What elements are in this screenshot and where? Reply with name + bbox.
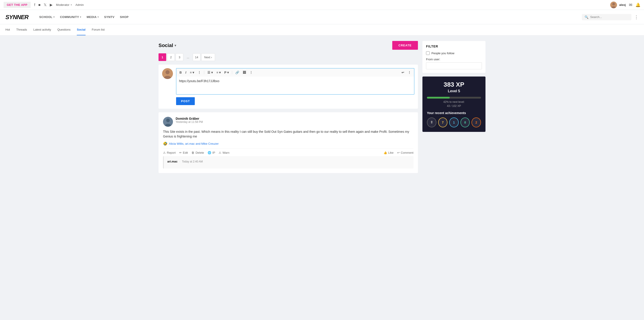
edit-icon: ✏ [179, 151, 182, 154]
people-you-follow-label: People you follow [432, 51, 454, 55]
post-actions-right: 👍 Like ↩ Comment [384, 151, 414, 154]
like-button[interactable]: 👍 Like [384, 151, 394, 154]
more-toolbar-2-button[interactable]: ⋮ [248, 70, 254, 75]
logo-text: SYNNER [6, 14, 28, 20]
badge-2[interactable]: 7 [438, 117, 448, 127]
page-3-button[interactable]: 3 [176, 53, 183, 61]
editor-toolbar: B I ≡ ▾ ⋮ ☰ ▾ ≡ ▾ P ▾ 🔗 🖼 ⋮ ↩ ⋮ [176, 68, 414, 76]
mail-icon[interactable]: ✉ [629, 2, 632, 7]
svg-point-7 [166, 119, 170, 122]
editor-content[interactable]: https://youtu.be/F3h17JJlbxo [176, 76, 414, 94]
pagination: 1 2 3 ... 14 Next › [158, 53, 418, 61]
more-toolbar-3-button[interactable]: ⋮ [407, 70, 412, 75]
xp-bar-fill [427, 97, 450, 99]
subnav-latest-activity[interactable]: Latest activity [33, 24, 51, 35]
create-button[interactable]: CREATE [392, 41, 418, 50]
people-you-follow-checkbox[interactable] [426, 51, 430, 55]
badge-5[interactable]: 2 [472, 117, 481, 127]
xp-progress-bar [427, 97, 481, 99]
italic-button[interactable]: I [184, 70, 187, 75]
subnav-threads[interactable]: Threads [16, 24, 27, 35]
subnav-social[interactable]: Social [77, 24, 85, 35]
ip-button[interactable]: 🌐 IP [208, 151, 215, 154]
reaction-names[interactable]: Alicia Willis, ari.mac and Mike Creuzer [169, 142, 219, 145]
username-label[interactable]: alexj [619, 3, 626, 6]
report-button[interactable]: ⚠ Report [163, 151, 176, 154]
reply-header: ari.mac · Today at 2:40 AM [167, 160, 410, 163]
page-title-chevron-icon: ▾ [174, 44, 176, 47]
badge-4[interactable]: 8 [460, 117, 470, 127]
post-actions: ⚠ Report ✏ Edit 🗑 Delete 🌐 IP ⚠ Warn [163, 149, 414, 154]
filter-follow-row: People you follow [426, 51, 482, 55]
nav-community[interactable]: COMMUNITY ▾ [60, 15, 81, 19]
image-button[interactable]: 🖼 [242, 70, 247, 75]
svg-point-4 [166, 70, 170, 74]
subnav-hot[interactable]: Hot [6, 24, 10, 35]
xp-level: Level 5 [427, 89, 481, 93]
logo: SYNNER [6, 13, 28, 21]
edit-button[interactable]: ✏ Edit [179, 151, 188, 154]
facebook-icon[interactable]: f [34, 3, 35, 7]
toolbar-separator-2 [232, 71, 232, 74]
xp-card: 383 XP Level 5 42% to next level: 43 / 1… [422, 76, 486, 132]
subnav-forum-list[interactable]: Forum list [92, 24, 105, 35]
twitter-icon[interactable]: 𝕏 [44, 3, 46, 7]
page-title[interactable]: Social ▾ [158, 42, 176, 48]
post-editor-card: B I ≡ ▾ ⋮ ☰ ▾ ≡ ▾ P ▾ 🔗 🖼 ⋮ ↩ ⋮ [158, 65, 418, 109]
warn-button[interactable]: ⚠ Warn [219, 151, 230, 154]
reply-card: ari.mac · Today at 2:40 AM [163, 156, 414, 169]
user-area: alexj [610, 1, 626, 8]
instagram-icon[interactable]: ■ [38, 3, 40, 7]
nav-syntv[interactable]: SYNTV [104, 15, 114, 19]
sub-nav: Hot Threads Latest activity Questions So… [0, 24, 644, 35]
reply-author: ari.mac [167, 160, 178, 163]
next-page-button[interactable]: Next › [201, 53, 215, 61]
delete-button[interactable]: 🗑 Delete [192, 151, 204, 154]
align2-button[interactable]: ≡ ▾ [216, 70, 222, 75]
search-box[interactable]: 🔍 [582, 14, 632, 20]
reaction-emoji[interactable]: 🤣 [163, 142, 168, 146]
youtube-icon[interactable]: ▶ [50, 3, 52, 7]
reply-separator: · [180, 160, 180, 163]
achievements-title: Your recent achievements [427, 111, 481, 115]
more-toolbar-1-button[interactable]: ⋮ [197, 70, 202, 75]
top-bar-right: alexj ✉ 🔔 [610, 1, 640, 8]
list-button[interactable]: ☰ ▾ [206, 70, 214, 75]
post-button[interactable]: POST [176, 97, 195, 105]
search-icon: 🔍 [584, 15, 588, 19]
post-body: This Site exists in the past. Which mean… [163, 129, 414, 139]
comment-button[interactable]: ↩ Comment [397, 151, 414, 154]
align-button[interactable]: ≡ ▾ [189, 70, 195, 75]
page-2-button[interactable]: 2 [167, 53, 175, 61]
subnav-questions[interactable]: Questions [58, 24, 71, 35]
post-meta: Dominik Gräber Yesterday at 11:58 PM [176, 117, 414, 124]
page-1-button[interactable]: 1 [158, 53, 166, 61]
nav-search: 🔍 ⋮ [582, 14, 638, 20]
badge-3[interactable]: 1 [449, 117, 459, 127]
badge-1[interactable]: 🎖 [427, 117, 436, 127]
badge-2-label: 7 [442, 121, 444, 124]
editor-area: B I ≡ ▾ ⋮ ☰ ▾ ≡ ▾ P ▾ 🔗 🖼 ⋮ ↩ ⋮ [176, 68, 414, 105]
bold-button[interactable]: B [178, 70, 182, 75]
moderator-dropdown[interactable]: Moderator ▾ [56, 3, 72, 6]
search-input[interactable] [590, 15, 629, 19]
editor-text: https://youtu.be/F3h17JJlbxo [179, 79, 412, 83]
get-app-button[interactable]: GET THE APP [4, 2, 30, 8]
admin-label[interactable]: Admin [76, 3, 84, 6]
paragraph-button[interactable]: P ▾ [223, 70, 230, 75]
notifications-icon[interactable]: 🔔 [636, 2, 640, 7]
link-button[interactable]: 🔗 [234, 70, 240, 75]
nav-school[interactable]: SCHOOL ▾ [39, 15, 54, 19]
top-bar: GET THE APP f ■ 𝕏 ▶ Moderator ▾ Admin al… [0, 0, 644, 10]
more-options-icon[interactable]: ⋮ [634, 14, 638, 20]
badge-3-label: 1 [453, 121, 455, 124]
from-user-input[interactable] [426, 62, 482, 69]
user-avatar[interactable] [610, 1, 617, 8]
page-header: Social ▾ CREATE [158, 41, 418, 50]
nav-shop[interactable]: SHOP [120, 15, 128, 19]
nav-media[interactable]: MEDIA ▾ [87, 15, 99, 19]
reply-time: Today at 2:40 AM [182, 160, 203, 163]
from-user-label: From user: [426, 58, 482, 61]
page-last-button[interactable]: 14 [193, 53, 200, 61]
undo-button[interactable]: ↩ [400, 70, 405, 75]
